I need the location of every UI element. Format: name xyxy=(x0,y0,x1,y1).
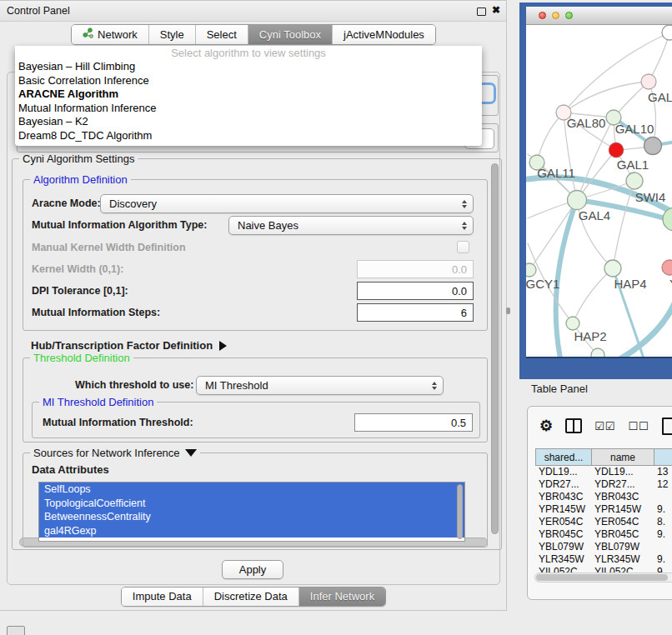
network-node[interactable] xyxy=(644,138,662,155)
mi-steps-field[interactable]: 6 xyxy=(357,303,474,322)
network-node[interactable] xyxy=(604,260,621,277)
table-row[interactable]: YLR345WYLR345W9. xyxy=(535,553,672,566)
table-row[interactable]: YBR045CYBR045C9. xyxy=(535,528,672,541)
collapse-arrow-icon xyxy=(185,449,197,457)
attribute-item-betweennesscentrality[interactable]: BetweennessCentrality xyxy=(39,510,464,524)
zoom-traffic-light-icon[interactable] xyxy=(565,12,573,19)
threshold-definition-group: Threshold Definition Which threshold to … xyxy=(23,358,488,442)
settings-vertical-scrollbar[interactable] xyxy=(491,163,499,534)
attribute-item-topologicalcoefficient[interactable]: TopologicalCoefficient xyxy=(39,497,464,511)
network-window-titlebar[interactable] xyxy=(526,7,672,25)
attribute-item-selfloops[interactable]: SelfLoops xyxy=(39,482,464,497)
bottom-tab-impute-data[interactable]: Impute Data xyxy=(122,588,203,606)
table-panel-title: Table Panel xyxy=(531,382,588,395)
node-table: shared...name YDL19...YDL19...13YDR27...… xyxy=(535,448,672,578)
algorithm-option-bayesian-hill-climbing[interactable]: Bayesian – Hill Climbing xyxy=(15,60,482,74)
node-label-gal10: GAL10 xyxy=(615,122,654,136)
node-label-swi4: SWI4 xyxy=(635,190,666,204)
which-threshold-select[interactable]: MI Threshold xyxy=(196,376,444,395)
network-edge[interactable] xyxy=(529,200,577,270)
network-node[interactable] xyxy=(566,317,579,330)
table-cell xyxy=(654,491,672,503)
node-label-gcy1: GCY1 xyxy=(526,277,559,291)
dpi-tolerance-field[interactable]: 0.0 xyxy=(357,282,474,300)
column-header-shared[interactable]: shared... xyxy=(536,449,592,465)
table-row[interactable]: YDL19...YDL19...13 xyxy=(535,466,672,478)
data-attributes-list[interactable]: SelfLoopsTopologicalCoefficientBetweenne… xyxy=(38,482,465,542)
table-horizontal-scrollbar[interactable] xyxy=(534,572,672,582)
algorithm-option-aracne-algorithm[interactable]: ARACNE Algorithm xyxy=(15,88,482,102)
table-row[interactable]: YPR145WYPR145W9. xyxy=(535,503,672,516)
network-edge[interactable] xyxy=(621,302,672,357)
split-pane-divider-handle[interactable] xyxy=(506,308,510,314)
column-header-extra[interactable] xyxy=(654,449,672,465)
table-cell: YLR345W xyxy=(591,553,654,566)
unselect-all-columns-icon[interactable]: ☐☐ xyxy=(628,420,649,432)
table-row[interactable]: YBL079WYBL079W xyxy=(535,541,672,553)
table-row[interactable]: YER054CYER054C8. xyxy=(535,516,672,528)
select-all-columns-icon[interactable]: ☑☑ xyxy=(594,420,615,432)
mi-algorithm-type-select[interactable]: Naive Bayes xyxy=(228,216,474,235)
kernel-width-field[interactable]: 0.0 xyxy=(357,260,474,278)
tab-select[interactable]: Select xyxy=(195,25,248,44)
network-node[interactable] xyxy=(662,25,672,40)
aracne-mode-select[interactable]: Discovery xyxy=(100,194,474,213)
tab-style[interactable]: Style xyxy=(148,25,195,44)
apply-button[interactable]: Apply xyxy=(222,560,283,579)
mi-algorithm-type-label: Mutual Information Algorithm Type: xyxy=(32,219,207,231)
network-edge[interactable] xyxy=(564,82,649,112)
algorithm-option-dream8-dc-tdc-algorithm[interactable]: Dream8 DC_TDC Algorithm xyxy=(15,129,482,143)
table-horizontal-scrollbar-thumb[interactable] xyxy=(536,574,668,581)
tab-jactivemnodules[interactable]: jActiveMNodules xyxy=(332,25,435,44)
stepper-arrows-icon xyxy=(432,382,437,390)
table-cell: YBR045C xyxy=(591,528,654,541)
split-columns-icon[interactable] xyxy=(565,418,582,433)
kernel-width-label: Kernel Width (0,1): xyxy=(32,263,123,275)
close-icon[interactable]: ✖ xyxy=(492,4,500,16)
table-cell: YBL079W xyxy=(535,541,591,553)
tab-network[interactable]: Network xyxy=(72,25,148,44)
network-node[interactable] xyxy=(526,263,536,277)
algorithm-option-basic-correlation-inference[interactable]: Basic Correlation Inference xyxy=(15,74,482,88)
tab-label: Network xyxy=(98,28,138,41)
algorithm-option-mutual-information-inference[interactable]: Mutual Information Inference xyxy=(15,102,482,116)
new-table-icon[interactable] xyxy=(662,418,672,435)
mi-threshold-field[interactable]: 0.5 xyxy=(354,413,473,432)
algorithm-option-bayesian-k2[interactable]: Bayesian – K2 xyxy=(15,115,482,129)
bottom-tab-label: Infer Network xyxy=(310,590,374,602)
attribute-item-gal4rgexp[interactable]: gal4RGexp xyxy=(39,524,464,538)
bottom-tab-infer-network[interactable]: Infer Network xyxy=(298,588,385,606)
tab-cyni-toolbox[interactable]: Cyni Toolbox xyxy=(248,25,332,44)
network-node[interactable] xyxy=(641,74,656,89)
network-node[interactable] xyxy=(609,143,624,158)
network-node[interactable] xyxy=(568,191,587,210)
list-vertical-scrollbar[interactable] xyxy=(457,484,463,539)
network-node[interactable] xyxy=(591,348,604,357)
network-node[interactable] xyxy=(626,172,643,189)
table-cell: YDL19... xyxy=(535,466,591,478)
float-window-icon[interactable] xyxy=(477,8,486,16)
main-tab-bar: NetworkStyleSelectCyni ToolboxjActiveMNo… xyxy=(71,24,436,45)
table-header-row: shared...name xyxy=(535,448,672,466)
network-edge[interactable] xyxy=(537,112,564,162)
gear-icon[interactable]: ⚙ xyxy=(539,418,553,434)
column-header-name[interactable]: name xyxy=(592,449,654,465)
table-row[interactable]: YDR27...YDR27...12 xyxy=(535,478,672,491)
manual-kernel-width-checkbox[interactable] xyxy=(457,241,469,253)
algorithm-dropdown-items: Bayesian – Hill ClimbingBasic Correlatio… xyxy=(15,60,482,143)
bottom-tab-label: Discretize Data xyxy=(214,590,288,602)
network-edge[interactable] xyxy=(573,268,613,323)
network-node[interactable] xyxy=(663,208,672,231)
algorithm-definition-group: Algorithm Definition Aracne Mode: Discov… xyxy=(23,179,488,331)
network-node[interactable] xyxy=(662,260,672,275)
close-traffic-light-icon[interactable] xyxy=(539,12,546,19)
hub-factor-section[interactable]: Hub/Transcription Factor Definition xyxy=(31,338,227,352)
mi-steps-value: 6 xyxy=(461,307,467,319)
table-row[interactable]: YBR043CYBR043C xyxy=(535,491,672,503)
network-canvas[interactable]: GALGAL80GAL10GAL1GAL11SWI4GAL4GCY1HAP4YH… xyxy=(526,25,672,358)
sources-title[interactable]: Sources for Network Inference xyxy=(30,447,200,459)
minimized-panel-icon[interactable] xyxy=(7,626,25,635)
minimize-traffic-light-icon[interactable] xyxy=(552,12,559,19)
bottom-tab-discretize-data[interactable]: Discretize Data xyxy=(203,588,298,606)
expand-arrow-icon xyxy=(219,341,227,351)
